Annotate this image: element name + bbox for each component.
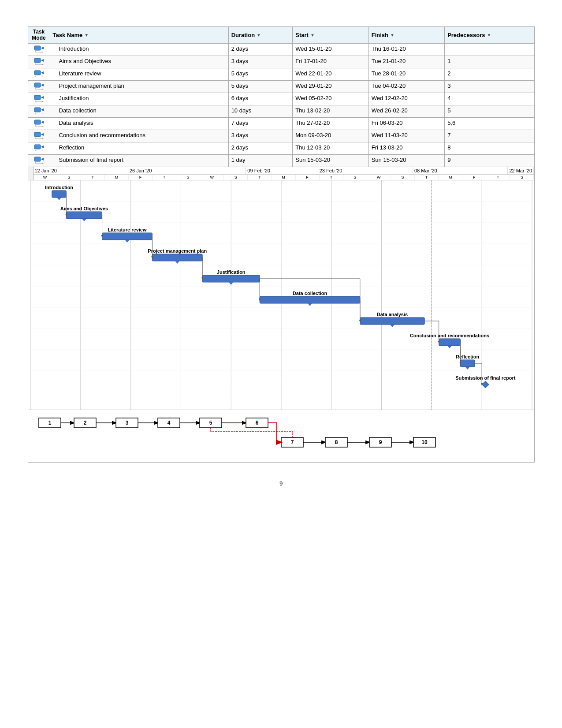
task-name-cell: Data analysis [50, 117, 228, 130]
svg-rect-75 [52, 190, 66, 198]
svg-text:Aims and Objectives: Aims and Objectives [60, 206, 108, 211]
svg-marker-94 [390, 325, 394, 327]
svg-rect-45 [34, 157, 41, 161]
gantt-table: TaskMode Task Name ▼ Duration ▼ [28, 26, 535, 167]
svg-text:10: 10 [421, 439, 428, 445]
day-label: S [176, 175, 200, 180]
svg-rect-40 [34, 145, 41, 149]
week-label: 09 Feb '20 [246, 167, 318, 174]
svg-marker-26 [41, 108, 44, 111]
sort-icon-predecessors[interactable]: ▼ [487, 33, 491, 37]
day-label: M [105, 175, 129, 180]
col-header-duration: Duration ▼ [228, 27, 293, 44]
svg-rect-20 [34, 95, 41, 100]
svg-rect-93 [360, 317, 424, 325]
col-header-task-mode: TaskMode [28, 27, 50, 44]
day-label: S [391, 175, 415, 180]
svg-text:Project management plan: Project management plan [148, 248, 207, 254]
svg-text:Literature review: Literature review [108, 227, 146, 232]
task-mode-icon [34, 144, 44, 151]
duration-cell: 7 days [228, 117, 293, 130]
network-svg: 12345678910 [33, 414, 530, 454]
timeline-header: 12 Jan '2026 Jan '2009 Feb '2023 Feb '20… [28, 167, 534, 180]
finish-cell: Fri 06-03-20 [368, 117, 444, 130]
table-row: Data analysis7 daysThu 27-02-20Fri 06-03… [28, 117, 534, 130]
finish-cell: Wed 11-03-20 [368, 130, 444, 142]
start-cell: Thu 12-03-20 [293, 142, 368, 154]
svg-text:Data collection: Data collection [292, 291, 327, 296]
svg-rect-35 [34, 132, 41, 137]
start-cell: Thu 27-02-20 [293, 117, 368, 130]
task-mode-icon [34, 107, 44, 114]
sort-icon-start[interactable]: ▼ [310, 33, 315, 37]
duration-cell: 6 days [228, 93, 293, 105]
predecessors-cell: 9 [445, 154, 534, 167]
svg-marker-31 [41, 121, 44, 123]
task-mode-cell [28, 117, 50, 130]
task-name-cell: Literature review [50, 68, 228, 80]
predecessors-cell: 8 [445, 142, 534, 154]
task-mode-icon [34, 70, 44, 77]
task-mode-cell [28, 130, 50, 142]
svg-marker-34 [42, 126, 44, 127]
sort-icon-duration[interactable]: ▼ [257, 33, 261, 37]
predecessors-cell: 1 [445, 56, 534, 68]
svg-marker-88 [229, 282, 233, 285]
table-row: Data collection10 daysThu 13-02-20Wed 26… [28, 105, 534, 117]
task-name-cell: Aims and Objectives [50, 56, 228, 68]
svg-text:1: 1 [48, 420, 51, 426]
duration-cell: 1 day [228, 154, 293, 167]
table-row: Aims and Objectives3 daysFri 17-01-20Tue… [28, 56, 534, 68]
sort-icon-finish[interactable]: ▼ [390, 33, 395, 37]
predecessors-cell: 7 [445, 130, 534, 142]
table-row: Introduction2 daysWed 15-01-20Thu 16-01-… [28, 43, 534, 56]
task-mode-cell [28, 154, 50, 167]
finish-cell: Wed 12-02-20 [368, 93, 444, 105]
day-label: W [200, 175, 224, 180]
day-label: M [272, 175, 295, 180]
table-row: Literature review5 daysWed 22-01-20Tue 2… [28, 68, 534, 80]
day-label: S [57, 175, 81, 180]
finish-cell: Wed 26-02-20 [368, 105, 444, 117]
task-name-cell: Reflection [50, 142, 228, 154]
task-mode-icon [34, 157, 44, 164]
day-label: T [415, 175, 439, 180]
week-label: 22 Mar '20 [508, 167, 534, 174]
svg-marker-76 [57, 198, 61, 200]
sort-icon-task-name[interactable]: ▼ [84, 33, 89, 37]
task-mode-cell [28, 142, 50, 154]
svg-marker-79 [82, 219, 86, 221]
col-header-start: Start ▼ [293, 27, 368, 44]
svg-marker-19 [42, 89, 44, 90]
duration-cell: 5 days [228, 80, 293, 93]
task-mode-cell [28, 43, 50, 56]
svg-rect-5 [34, 58, 41, 63]
week-label: 12 Jan '20 [33, 167, 128, 174]
svg-text:6: 6 [255, 420, 258, 426]
svg-rect-87 [202, 275, 260, 282]
svg-text:8: 8 [335, 439, 338, 445]
svg-marker-44 [42, 150, 44, 151]
svg-marker-85 [175, 261, 179, 264]
col-header-predecessors: Predecessors ▼ [445, 27, 534, 44]
svg-text:Justification: Justification [216, 269, 245, 275]
svg-marker-102 [482, 381, 489, 388]
svg-text:Conclusion and recommendations: Conclusion and recommendations [409, 333, 489, 338]
start-cell: Wed 15-01-20 [293, 43, 368, 56]
svg-rect-10 [34, 71, 41, 75]
start-cell: Wed 05-02-20 [293, 93, 368, 105]
table-row: Submission of final report1 daySun 15-03… [28, 154, 534, 167]
task-name-cell: Submission of final report [50, 154, 228, 167]
svg-marker-82 [125, 240, 129, 243]
svg-marker-14 [42, 76, 44, 77]
predecessors-cell: 3 [445, 80, 534, 93]
svg-marker-6 [41, 59, 44, 62]
task-mode-icon [34, 82, 44, 90]
duration-cell: 5 days [228, 68, 293, 80]
finish-cell: Tue 04-02-20 [368, 80, 444, 93]
svg-marker-36 [41, 133, 44, 136]
svg-marker-29 [42, 113, 44, 114]
svg-text:5: 5 [209, 420, 212, 426]
timeline-weeks: 12 Jan '2026 Jan '2009 Feb '2023 Feb '20… [33, 167, 534, 180]
svg-marker-4 [42, 52, 44, 52]
